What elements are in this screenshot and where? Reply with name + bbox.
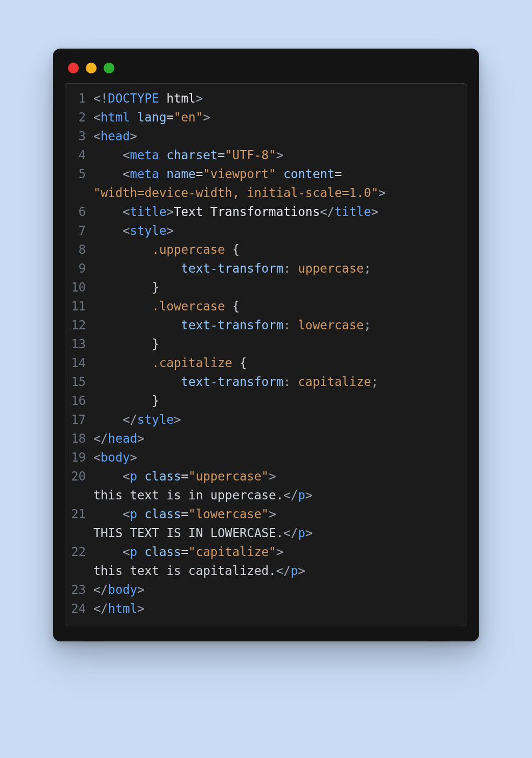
code-content: <html lang="en"> [93, 108, 461, 127]
code-token: < [122, 224, 130, 238]
code-token: "UTF-8" [225, 148, 276, 162]
code-token: > [371, 205, 379, 219]
code-token: </ [93, 431, 108, 445]
line-number: 9 [65, 259, 93, 278]
code-token: = [181, 469, 189, 483]
code-line: 23</body> [65, 580, 461, 599]
code-line: 9 text-transform: uppercase; [65, 259, 461, 278]
code-content: .capitalize { [93, 354, 461, 373]
code-token: .lowercase [152, 299, 224, 313]
code-editor[interactable]: 1<!DOCTYPE html>2<html lang="en">3<head>… [65, 83, 467, 626]
code-content: </body> [93, 580, 461, 599]
line-number: 3 [65, 127, 93, 146]
maximize-icon[interactable] [104, 63, 114, 73]
code-token: style [137, 412, 174, 427]
line-number: 11 [65, 297, 93, 316]
code-token [93, 205, 122, 219]
code-token: > [298, 564, 305, 578]
code-line: 14 .capitalize { [65, 354, 461, 373]
code-token [276, 167, 284, 181]
code-token: </ [122, 412, 137, 427]
code-token: head [108, 431, 137, 445]
code-token [93, 261, 181, 275]
line-number: 13 [65, 335, 93, 354]
code-token: </ [283, 526, 298, 540]
code-token: title [130, 205, 167, 219]
code-token: = [196, 167, 203, 181]
code-token: < [122, 545, 130, 559]
code-token: = [181, 507, 189, 521]
line-number: 22 [65, 543, 93, 561]
code-line: 24</html> [65, 599, 461, 618]
close-icon[interactable] [68, 63, 79, 73]
code-line: 16 } [65, 391, 461, 410]
code-content: <p class="capitalize"> [93, 543, 461, 561]
code-content: <style> [93, 221, 461, 240]
code-content: </html> [93, 599, 461, 618]
code-line-wrap: this text is capitalized.</p> [65, 561, 461, 580]
code-token [159, 148, 167, 162]
code-token: title [335, 205, 371, 219]
line-number: 7 [65, 221, 93, 240]
code-content: <title>Text Transformations</title> [93, 202, 461, 221]
code-token: : [283, 261, 291, 275]
code-content: </style> [93, 410, 461, 429]
line-number: 20 [65, 467, 93, 486]
code-token [93, 545, 122, 559]
code-line: 11 .lowercase { [65, 297, 461, 316]
code-token: text-transform [181, 375, 284, 389]
code-line: 12 text-transform: lowercase; [65, 316, 461, 335]
code-line-wrap: THIS TEXT IS IN LOWERCASE.</p> [65, 524, 461, 543]
code-token [159, 91, 167, 105]
code-token: p [298, 526, 305, 540]
code-token: > [276, 148, 284, 162]
code-token: capitalize [298, 375, 371, 389]
code-token: lang [137, 110, 166, 124]
code-token: = [181, 545, 189, 559]
code-token: meta [130, 148, 159, 162]
code-token [137, 507, 145, 521]
code-token [159, 167, 167, 181]
code-content: <p class="uppercase"> [93, 467, 461, 486]
code-token: > [269, 469, 276, 483]
editor-window: 1<!DOCTYPE html>2<html lang="en">3<head>… [53, 49, 479, 641]
code-token: > [137, 583, 145, 597]
code-token: </ [93, 583, 108, 597]
code-token [93, 337, 152, 351]
code-token: } [152, 394, 159, 408]
code-token: > [130, 450, 138, 464]
code-content: </head> [93, 429, 461, 448]
code-content: .lowercase { [93, 297, 461, 316]
code-token: text-transform [181, 261, 284, 275]
code-token [291, 261, 298, 275]
code-token: = [166, 110, 174, 124]
code-token: class [145, 545, 181, 559]
code-token: { [232, 299, 240, 313]
line-number: 6 [65, 202, 93, 221]
code-token: html [166, 91, 195, 105]
code-token: > [276, 545, 284, 559]
code-line: 2<html lang="en"> [65, 108, 461, 127]
code-token: .capitalize [152, 356, 232, 370]
code-token: this text is capitalized. [93, 564, 276, 578]
code-token: : [283, 318, 291, 332]
code-content: text-transform: lowercase; [93, 316, 461, 335]
code-token: ; [364, 261, 371, 275]
minimize-icon[interactable] [86, 63, 97, 73]
line-number: 12 [65, 316, 93, 335]
code-token: < [122, 167, 130, 181]
code-line: 15 text-transform: capitalize; [65, 373, 461, 391]
line-number: 4 [65, 146, 93, 165]
code-content: <meta name="viewport" content= [93, 165, 461, 184]
code-token: } [152, 337, 159, 351]
code-token: } [152, 280, 159, 294]
line-number: 15 [65, 373, 93, 391]
code-token: html [101, 110, 130, 124]
code-token: this text is in uppercase. [93, 488, 283, 502]
code-token: > [196, 91, 203, 105]
code-line-wrap: this text is in uppercase.</p> [65, 486, 461, 505]
code-line-wrap: "width=device-width, initial-scale=1.0"> [65, 184, 461, 202]
code-token: p [298, 488, 305, 502]
code-token: ; [371, 375, 379, 389]
code-token: class [145, 507, 181, 521]
